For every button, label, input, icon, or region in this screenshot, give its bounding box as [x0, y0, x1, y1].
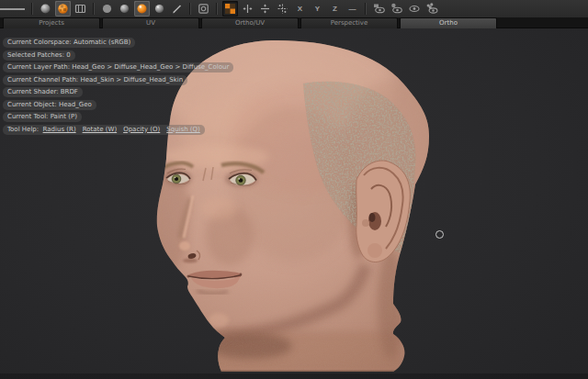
visibility-sphere-button[interactable] [389, 1, 404, 17]
lighting-full-button[interactable] [134, 1, 150, 17]
axis-z-button[interactable]: Z [327, 1, 343, 17]
lighting-pen-button[interactable] [169, 1, 185, 17]
viewport-tabs: Projects UV Ortho/UV Perspective Ortho [0, 17, 588, 28]
axis-z-label: Z [333, 1, 337, 17]
brush-cursor [435, 230, 444, 239]
hud-selected-patches: Selected Patches: 0 [3, 50, 75, 61]
viewport-canvas[interactable]: Current Colorspace: Automatic (sRGB) Sel… [0, 28, 588, 379]
axis-y-label: Y [315, 1, 320, 17]
hud-object: Current Object: Head_Geo [3, 100, 96, 110]
mirror-projection-button[interactable] [222, 1, 238, 17]
tab-uv[interactable]: UV [102, 17, 199, 28]
hud-channel-path: Current Channel Path: Head_Skin > Diffus… [3, 75, 187, 85]
top-toolbar: X Y Z — [0, 0, 588, 18]
hud-overlay: Current Colorspace: Automatic (sRGB) Sel… [3, 38, 233, 137]
tab-ortho[interactable]: Ortho [400, 17, 497, 28]
hud-tool-help-radius: Radius (R) [43, 126, 76, 133]
hud-tool-help-squish: Squish (Q) [166, 126, 200, 133]
hud-tool-help-rotate: Rotate (W) [83, 126, 118, 133]
visibility-eye-button[interactable] [406, 1, 422, 17]
lighting-full-icon [136, 3, 148, 15]
mirror-y-icon [259, 3, 271, 15]
lighting-flat-button[interactable] [99, 1, 115, 17]
toolbar-separator [189, 3, 191, 15]
shading-render-button[interactable] [73, 1, 88, 17]
lighting-basic-button[interactable] [117, 1, 132, 17]
hud-tool-help-label: Tool Help: [7, 126, 39, 133]
pen-stroke-icon [171, 3, 183, 15]
eye-plain-icon [408, 3, 421, 15]
mirror-x-icon [242, 3, 254, 15]
hud-tool: Current Tool: Paint (P) [3, 112, 82, 122]
axis-x-button[interactable]: X [292, 1, 308, 17]
hud-shader: Current Shader: BRDF [3, 87, 83, 97]
paint-target-button[interactable] [196, 1, 211, 17]
mirror-xy-button[interactable] [275, 1, 290, 17]
checker-projection-icon [224, 3, 236, 15]
axis-none-button[interactable]: — [345, 1, 360, 17]
axis-none-label: — [349, 1, 356, 17]
hud-layer-path: Current Layer Path: Head_Geo > Diffuse_H… [3, 62, 233, 72]
mirror-xy-icon [277, 3, 288, 15]
canvas-bottom-strip [0, 373, 588, 379]
paint-target-icon [198, 3, 209, 15]
mirror-y-button[interactable] [257, 1, 273, 17]
toolbar-separator [31, 3, 33, 15]
tab-perspective[interactable]: Perspective [300, 17, 398, 28]
axis-y-button[interactable]: Y [310, 1, 325, 17]
toolbar-separator [93, 3, 95, 15]
toolbar-separator [365, 3, 367, 15]
lighting-flat-icon [101, 3, 113, 15]
visibility-rect-button[interactable] [371, 1, 387, 17]
filmstrip-icon [74, 3, 86, 15]
eye-cluster-icon [425, 3, 438, 15]
visibility-cluster-button[interactable] [424, 1, 439, 17]
mirror-x-button[interactable] [240, 1, 255, 17]
sphere-shaded-icon [40, 3, 51, 15]
shading-sphere-button[interactable] [38, 1, 53, 17]
hud-tool-help: Tool Help: Radius (R)Rotate (W)Opacity (… [3, 125, 205, 135]
lighting-environment-icon [153, 3, 165, 15]
axis-x-label: X [298, 1, 302, 17]
sphere-textured-orange-icon [57, 3, 69, 15]
eye-sphere-icon [390, 3, 403, 15]
mari-window: X Y Z — [0, 0, 588, 379]
tab-projects[interactable]: Projects [3, 17, 100, 28]
tab-ortho-uv[interactable]: Ortho/UV [201, 17, 299, 28]
eye-rect-icon [373, 3, 386, 15]
hud-tool-help-opacity: Opacity (O) [123, 126, 160, 133]
toolbar-separator [216, 3, 218, 15]
shading-textured-button[interactable] [55, 1, 71, 17]
lighting-basic-icon [119, 3, 130, 15]
hud-colorspace: Current Colorspace: Automatic (sRGB) [3, 38, 135, 48]
lighting-environment-button[interactable] [152, 1, 167, 17]
toolbar-grip[interactable] [0, 8, 25, 10]
